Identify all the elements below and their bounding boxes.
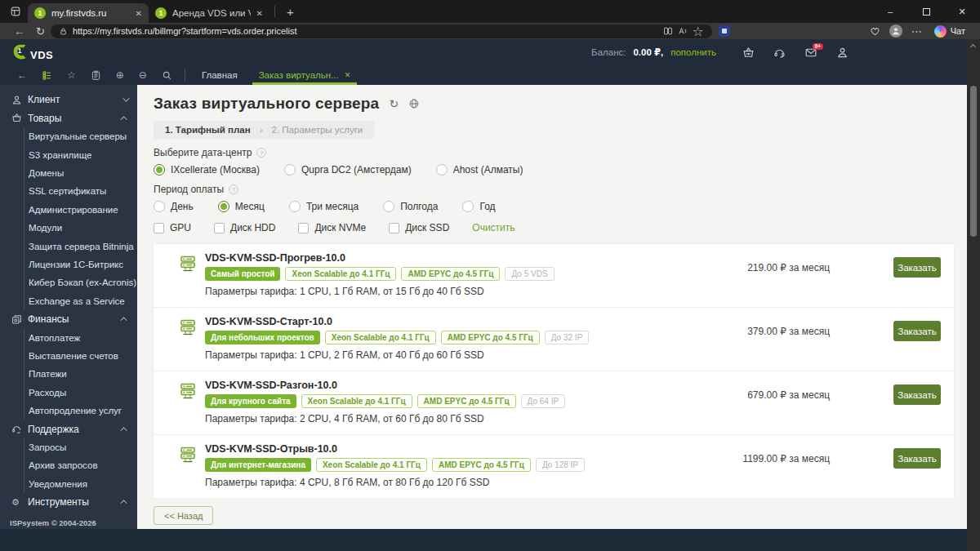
sidebar-item[interactable]: Уведомления <box>24 475 137 493</box>
filter-checkbox[interactable]: Диск NVMe <box>298 222 366 233</box>
sidebar-item[interactable]: Платежи <box>24 365 137 383</box>
radio-qupra-dc2[interactable]: Qupra DC2 (Амстердам) <box>284 164 412 176</box>
scrollbar-thumb[interactable] <box>970 86 977 237</box>
favorites-star-icon[interactable]: ☆ <box>693 24 704 39</box>
browser-back-icon[interactable]: ← <box>14 25 24 38</box>
order-button[interactable]: Заказать <box>893 384 941 405</box>
topup-link[interactable]: пополнить <box>670 47 716 57</box>
zoom-out-icon[interactable]: ⊖ <box>139 69 147 81</box>
tariffs-list-icon[interactable] <box>42 70 52 81</box>
browser-essentials-icon[interactable] <box>870 26 880 37</box>
step-separator-icon: › <box>260 125 263 135</box>
address-bar[interactable]: https://my.firstvds.ru/billmgr?startform… <box>51 24 712 38</box>
copilot-chat-button[interactable]: Чат <box>931 25 972 38</box>
sidebar-section-tovary[interactable]: Товары <box>0 109 137 128</box>
order-button[interactable]: Заказать <box>893 448 941 469</box>
zoom-in-icon[interactable]: ⊕ <box>116 69 124 81</box>
plan-badge-xeon: Xeon Scalable до 4.1 ГГц <box>325 331 436 344</box>
sidebar-item[interactable]: Кибер Бэкап (ex-Acronis) <box>24 273 137 291</box>
mail-icon[interactable]: 9+ <box>804 47 817 59</box>
period-label: Период оплаты <box>154 184 967 195</box>
sidebar-item[interactable]: Защита сервера Bitninja <box>24 237 137 255</box>
sidebar-item[interactable]: Администрирование <box>24 201 137 219</box>
plan-right: 1199.00 ₽ за месяц Заказать <box>699 448 941 469</box>
sidebar-item[interactable]: Расходы <box>24 384 137 402</box>
tab-glavnaya[interactable]: Главная <box>202 65 238 85</box>
info-icon[interactable] <box>229 184 238 194</box>
refresh-icon[interactable]: ↻ <box>389 97 399 110</box>
clear-filters-link[interactable]: Очистить <box>472 222 514 233</box>
filter-checkbox[interactable]: GPU <box>154 222 191 233</box>
order-button[interactable]: Заказать <box>893 321 941 341</box>
radio-ahost[interactable]: Ahost (Алматы) <box>436 164 523 176</box>
sidebar-item[interactable]: Автопродление услуг <box>24 402 137 420</box>
sidebar-item[interactable]: Домены <box>24 164 137 182</box>
browser-profile-avatar[interactable] <box>889 24 902 38</box>
app-back-icon[interactable]: ← <box>17 69 27 81</box>
window-close-button[interactable]: ✕ <box>944 0 980 23</box>
sidebar-item[interactable]: SSL сертификаты <box>24 182 137 200</box>
sidebar-item[interactable]: Модули <box>24 219 137 237</box>
info-icon[interactable] <box>256 148 266 158</box>
radio-ixcellerate[interactable]: IXcellerate (Москва) <box>154 164 260 176</box>
user-icon[interactable] <box>836 47 849 59</box>
firstvds-favicon: 1 <box>155 7 167 19</box>
browser-refresh-icon[interactable]: ↻ <box>36 25 45 38</box>
sidebar-item[interactable]: Виртуальные серверы <box>24 127 137 145</box>
new-tab-button[interactable]: + <box>280 5 301 19</box>
workspaces-icon[interactable] <box>10 6 21 17</box>
sidebar-item[interactable]: Запросы <box>24 438 137 456</box>
radio-period-tri-mesyaca[interactable]: Три месяца <box>289 201 359 212</box>
favorites-icon[interactable]: ☆ <box>67 69 76 81</box>
window-maximize-button[interactable] <box>908 0 944 23</box>
back-button[interactable]: << Назад <box>154 506 213 525</box>
plan-right: 679.00 ₽ за месяц Заказать <box>699 384 941 405</box>
browser-tab-active[interactable]: 1 my.firstvds.ru ✕ <box>28 3 149 23</box>
filter-checkbox[interactable]: Диск SSD <box>389 222 449 233</box>
cart-icon[interactable] <box>742 47 755 59</box>
support-icon[interactable] <box>773 47 786 59</box>
split-screen-icon[interactable] <box>663 26 673 36</box>
extension-icon[interactable] <box>719 25 730 37</box>
sidebar-item[interactable]: Лицензии 1С-Битрикс <box>24 256 137 273</box>
sidebar-item[interactable]: S3 хранилище <box>24 145 137 163</box>
sidebar-section-klient[interactable]: Клиент <box>0 91 137 109</box>
radio-period-den[interactable]: День <box>154 201 194 212</box>
sidebar-group-finansy: АвтоплатежВыставление счетовПлатежиРасхо… <box>24 328 137 420</box>
sidebar-item[interactable]: Выставление счетов <box>24 347 137 365</box>
tab-close-icon[interactable]: ✕ <box>136 9 142 18</box>
radio-label: Ahost (Алматы) <box>453 164 523 176</box>
sidebar-item[interactable]: Архив запросов <box>24 456 137 474</box>
search-icon[interactable] <box>162 70 172 81</box>
tab-close-icon[interactable]: ✕ <box>256 9 263 18</box>
plan-row: VDS-KVM-SSD-Отрыв-10.0 Для интернет-мага… <box>154 434 954 498</box>
sidebar-item[interactable]: Автоплатеж <box>24 328 137 346</box>
window-minimize-button[interactable]: – <box>872 0 908 23</box>
firstvds-logo[interactable]: 1 VDS <box>11 43 53 61</box>
sidebar-section-finansy[interactable]: Финансы <box>0 310 137 329</box>
radio-period-polgoda[interactable]: Полгода <box>383 201 438 212</box>
sidebar-section-instrumenty[interactable]: ⚙ Инструменты <box>0 493 137 512</box>
filter-checkbox[interactable]: Диск HDD <box>214 222 275 233</box>
plan-info: VDS-KVM-SSD-Разгон-10.0 Для крупного сай… <box>205 380 565 424</box>
step-current[interactable]: 1. Тарифный план <box>165 125 251 135</box>
sidebar-section-podderzhka[interactable]: Поддержка <box>0 420 137 438</box>
tab-close-icon[interactable]: ✕ <box>345 71 351 79</box>
filter-checkboxes: GPU Диск HDD Диск NVMe Диск SSD <box>154 222 449 233</box>
radio-icon <box>154 201 165 212</box>
url-text[interactable]: https://my.firstvds.ru/billmgr?startform… <box>73 26 658 36</box>
read-aloud-icon[interactable] <box>678 26 688 36</box>
clipboard-icon[interactable] <box>91 70 101 81</box>
plan-params: Параметры тарифа: 4 CPU, 8 Гб RAM, от 80… <box>205 477 585 488</box>
radio-period-god[interactable]: Год <box>462 201 495 212</box>
sidebar-item[interactable]: Exchange as a Service <box>24 292 137 310</box>
scrollbar-up-icon[interactable] <box>970 44 976 50</box>
page-scrollbar[interactable] <box>967 39 980 551</box>
globe-icon[interactable] <box>408 98 420 109</box>
browser-menu-icon[interactable]: ⋯ <box>911 25 922 38</box>
radio-period-mesyac[interactable]: Месяц <box>218 201 265 212</box>
tab-zakaz-virtualnogo[interactable]: Заказ виртуальн... ✕ <box>259 65 351 85</box>
server-icon <box>178 254 199 297</box>
browser-tab-inactive[interactable]: 1 Аренда VDS или VPS сервера, Д ✕ <box>149 3 270 23</box>
order-button[interactable]: Заказать <box>893 257 941 278</box>
